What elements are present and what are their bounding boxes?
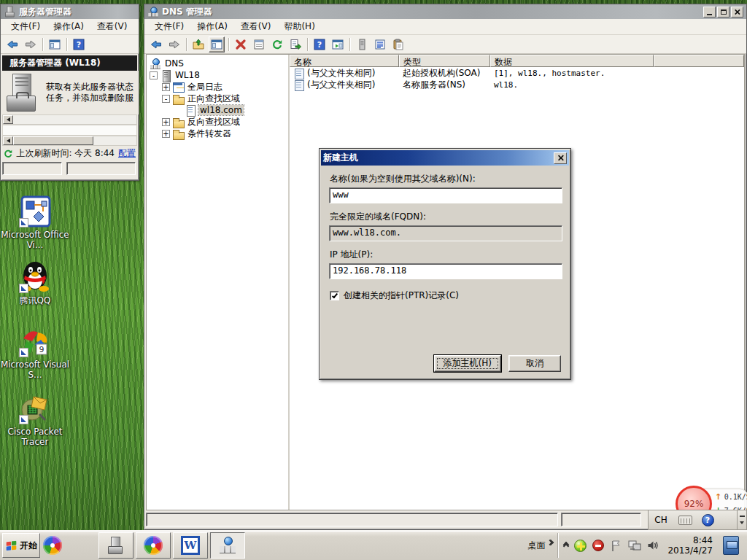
server-manager-titlebar[interactable]: 服务器管理器	[1, 4, 139, 19]
record-row-soa[interactable]: (与父文件夹相同) 起始授权机构(SOA) [1], wl18., hostma…	[290, 67, 744, 79]
expand-expander-icon[interactable]: +	[162, 118, 170, 126]
copy-icon[interactable]	[390, 36, 406, 52]
language-indicator[interactable]: CH	[649, 510, 673, 529]
server-status-icon[interactable]	[354, 36, 370, 52]
menu-file[interactable]: 文件(F)	[5, 19, 46, 34]
tree-item-conditional-forwarders[interactable]: + 条件转发器	[147, 128, 288, 139]
volume-icon[interactable]	[647, 540, 659, 551]
language-bar-options[interactable]	[737, 510, 746, 529]
help-icon[interactable]: ?	[697, 510, 719, 529]
collapse-expander-icon[interactable]: -	[162, 95, 170, 103]
tree-item-dns-root[interactable]: DNS	[147, 58, 288, 69]
dialog-title: 新建主机	[323, 152, 554, 164]
tree-item-forward-lookup-zones[interactable]: - 正向查找区域	[147, 93, 288, 104]
scroll-left-icon[interactable]	[3, 115, 13, 124]
taskbar-button-pinwheel-app[interactable]	[136, 532, 171, 559]
column-header-data[interactable]: 数据	[490, 55, 654, 67]
horizontal-scrollbar[interactable]	[2, 136, 137, 146]
keyboard-icon[interactable]	[673, 510, 697, 529]
properties-icon[interactable]	[251, 36, 267, 52]
shortcut-arrow-icon	[19, 415, 28, 424]
scrollbar-thumb[interactable]	[13, 136, 93, 145]
close-icon[interactable]	[554, 152, 567, 164]
menu-file[interactable]: 文件(F)	[149, 19, 190, 34]
refresh-icon[interactable]	[269, 36, 285, 52]
collapse-chevron-icon[interactable]	[564, 542, 568, 548]
summary-text-line2: 任务，并添加或删除服	[46, 93, 133, 103]
show-console-tree-icon[interactable]	[47, 36, 63, 52]
menu-view[interactable]: 查看(V)	[235, 19, 277, 34]
visio-icon	[19, 195, 51, 228]
fqdn-input: www.wl18.com.	[329, 225, 562, 241]
start-label: 开始	[20, 540, 37, 552]
refresh-icon[interactable]	[4, 148, 12, 159]
scroll-left-icon[interactable]	[3, 136, 13, 145]
action-center-flag-icon[interactable]	[610, 540, 622, 552]
desktop-icon-label: Microsoft Visual S...	[0, 359, 70, 380]
column-header-type[interactable]: 类型	[399, 55, 490, 67]
create-ptr-checkbox[interactable]	[330, 291, 339, 300]
add-host-button[interactable]: 添加主机(H)	[434, 355, 501, 372]
blocked-stop-icon[interactable]	[592, 540, 604, 551]
column-header-name[interactable]: 名称	[290, 55, 399, 67]
maximize-icon[interactable]	[717, 7, 729, 18]
configure-refresh-link[interactable]: 配置	[118, 147, 136, 160]
svg-text:?: ?	[317, 40, 322, 50]
ip-address-input[interactable]: 192.168.78.118	[329, 263, 562, 279]
close-icon[interactable]	[731, 7, 743, 18]
host-name-input[interactable]: www	[329, 187, 562, 203]
tree-item-reverse-lookup-zones[interactable]: + 反向查找区域	[147, 116, 288, 128]
dialog-titlebar[interactable]: 新建主机	[321, 150, 569, 166]
show-console-tree-icon[interactable]	[209, 36, 225, 52]
back-icon[interactable]	[148, 36, 164, 52]
menu-help[interactable]: 帮	[134, 19, 139, 34]
taskbar-button-word[interactable]: W	[173, 532, 208, 559]
cancel-button[interactable]: 取消	[508, 355, 561, 372]
forward-icon[interactable]	[23, 36, 39, 52]
desktop-icon-visio[interactable]: Microsoft Office Vi...	[0, 195, 70, 250]
taskbar-button-server-manager[interactable]	[98, 532, 133, 559]
network-icon[interactable]	[628, 540, 641, 551]
horizontal-scrollbar[interactable]	[2, 114, 137, 125]
antivirus-360-icon[interactable]	[574, 540, 587, 552]
collapse-expander-icon[interactable]: -	[150, 71, 158, 79]
column-header-empty[interactable]	[654, 55, 744, 67]
dns-manager-titlebar[interactable]: DNS 管理器	[144, 4, 746, 19]
back-icon[interactable]	[4, 36, 20, 52]
minimize-icon[interactable]	[703, 7, 716, 18]
server-manager-menubar: 文件(F) 操作(A) 查看(V) 帮	[1, 19, 139, 35]
help-icon[interactable]: ?	[71, 36, 87, 52]
new-window-icon[interactable]	[330, 36, 346, 52]
up-one-level-icon[interactable]	[190, 36, 206, 52]
clock[interactable]: 8:44 2013/4/27	[665, 535, 716, 556]
window-title: 服务器管理器	[19, 6, 71, 18]
pinwheel-icon	[144, 536, 163, 555]
create-ptr-label: 创建相关的指针(PTR)记录(C)	[344, 289, 459, 302]
forward-icon[interactable]	[166, 36, 182, 52]
menu-view[interactable]: 查看(V)	[91, 19, 133, 34]
tree-item-global-logs[interactable]: + 全局日志	[147, 81, 288, 93]
desktop-toolbar[interactable]: 桌面	[523, 540, 557, 552]
export-list-icon[interactable]	[287, 36, 303, 52]
windows-logo-icon	[5, 540, 18, 552]
expand-expander-icon[interactable]: +	[162, 83, 170, 91]
quick-launch-pinwheel-icon[interactable]	[40, 533, 65, 558]
desktop-icon-visual-studio[interactable]: 9 Microsoft Visual S...	[0, 327, 70, 380]
help-icon[interactable]: ?	[311, 36, 328, 52]
record-row-ns[interactable]: (与父文件夹相同) 名称服务器(NS) wl18.	[290, 79, 744, 90]
overflow-chevron-icon[interactable]	[548, 540, 553, 545]
menu-action[interactable]: 操作(A)	[47, 19, 90, 34]
tree-item-wl18-server[interactable]: - WL18	[147, 69, 288, 81]
tree-item-wl18-com-zone[interactable]: wl18.com	[147, 104, 288, 116]
desktop-icon-cisco-packet-tracer[interactable]: Cisco Packet Tracer	[0, 392, 70, 447]
menu-help[interactable]: 帮助(H)	[278, 19, 320, 34]
toolbar-separator	[228, 38, 229, 51]
delete-icon[interactable]	[233, 36, 249, 52]
expand-expander-icon[interactable]: +	[162, 130, 170, 138]
desktop-icon-qq[interactable]: 腾讯QQ	[0, 260, 70, 306]
show-desktop-button[interactable]	[723, 536, 739, 555]
record-list-icon[interactable]	[372, 36, 388, 52]
start-button[interactable]: 开始	[2, 533, 40, 558]
menu-action[interactable]: 操作(A)	[191, 19, 233, 34]
taskbar-button-dns-manager[interactable]	[210, 532, 245, 559]
